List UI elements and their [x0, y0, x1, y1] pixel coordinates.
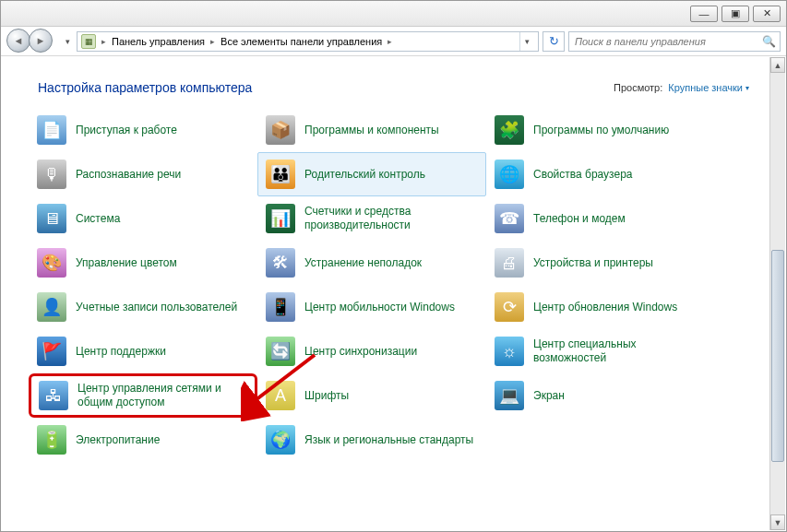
item-fonts[interactable]: AШрифты: [257, 373, 486, 418]
chevron-down-icon: ▾: [745, 84, 749, 92]
programs-icon: 📦: [266, 115, 295, 145]
item-action-center[interactable]: 🚩Центр поддержки: [29, 329, 257, 373]
item-system[interactable]: 🖥Система: [29, 196, 257, 241]
item-label: Электропитание: [76, 433, 160, 447]
display-icon: 💻: [495, 381, 524, 410]
items-grid: 📄Приступая к работе 📦Программы и компоне…: [1, 108, 786, 471]
item-internet-options[interactable]: 🌐Свойства браузера: [486, 152, 715, 196]
printer-icon: 🖨: [495, 248, 524, 278]
item-sync-center[interactable]: 🔄Центр синхронизации: [257, 329, 486, 373]
item-label: Распознавание речи: [76, 168, 181, 182]
item-label: Система: [76, 212, 120, 226]
breadcrumb-sep-icon: ▸: [209, 37, 217, 46]
item-label: Центр синхронизации: [304, 345, 417, 359]
flag-icon: 🚩: [37, 337, 66, 366]
forward-button[interactable]: ►: [29, 29, 53, 53]
navigation-bar: ◄ ► ▾ ▦ ▸ Панель управления ▸ Все элемен…: [1, 27, 786, 56]
address-bar[interactable]: ▦ ▸ Панель управления ▸ Все элементы пан…: [77, 31, 539, 52]
item-display[interactable]: 💻Экран: [486, 373, 715, 418]
item-programs-features[interactable]: 📦Программы и компоненты: [257, 108, 486, 152]
parental-icon: 👪: [266, 160, 295, 189]
item-label: Счетчики и средства производительности: [304, 205, 478, 232]
item-label: Центр специальных возможностей: [533, 337, 707, 365]
item-label: Центр поддержки: [76, 345, 166, 359]
search-input[interactable]: [573, 35, 758, 48]
page-title: Настройка параметров компьютера: [38, 80, 252, 95]
scroll-thumb[interactable]: [771, 250, 784, 462]
item-network-sharing-center[interactable]: 🖧Центр управления сетями и общим доступо…: [29, 373, 257, 418]
refresh-button[interactable]: ↻: [543, 31, 565, 52]
mobility-icon: 📱: [266, 292, 295, 322]
phone-icon: ☎: [495, 204, 524, 233]
default-programs-icon: 🧩: [495, 115, 524, 145]
item-label: Устранение неполадок: [304, 256, 422, 270]
item-label: Программы и компоненты: [304, 124, 439, 137]
system-icon: 🖥: [37, 204, 66, 233]
item-label: Телефон и модем: [533, 212, 626, 226]
view-label: Просмотр:: [614, 82, 662, 93]
control-panel-icon: ▦: [81, 34, 96, 49]
item-label: Язык и региональные стандарты: [304, 433, 473, 447]
item-power-options[interactable]: 🔋Электропитание: [29, 418, 257, 462]
microphone-icon: 🎙: [37, 160, 66, 189]
view-control: Просмотр: Крупные значки ▾: [614, 82, 749, 93]
network-icon: 🖧: [39, 381, 68, 410]
item-label: Шрифты: [304, 389, 349, 403]
sync-icon: 🔄: [266, 337, 295, 366]
user-icon: 👤: [37, 292, 66, 322]
item-getting-started[interactable]: 📄Приступая к работе: [29, 108, 257, 152]
item-color-management[interactable]: 🎨Управление цветом: [29, 241, 257, 285]
window-titlebar: — ▣ ✕: [1, 1, 786, 27]
update-icon: ⟳: [495, 292, 524, 322]
search-box[interactable]: 🔍: [568, 31, 781, 52]
nav-history-dropdown[interactable]: ▾: [62, 30, 73, 53]
item-label: Родительский контроль: [304, 168, 425, 182]
fonts-icon: A: [266, 381, 295, 410]
item-region-language[interactable]: 🌍Язык и региональные стандарты: [257, 418, 486, 462]
close-button[interactable]: ✕: [753, 6, 781, 22]
accessibility-icon: ☼: [495, 337, 524, 366]
item-devices-printers[interactable]: 🖨Устройства и принтеры: [486, 241, 715, 285]
item-label: Программы по умолчанию: [533, 124, 669, 137]
view-value: Крупные значки: [668, 82, 743, 93]
item-label: Свойства браузера: [533, 168, 633, 182]
breadcrumb-seg-2[interactable]: Все элементы панели управления: [221, 36, 382, 47]
breadcrumb-sep-icon: ▸: [386, 37, 394, 46]
color-icon: 🎨: [37, 248, 66, 278]
wrench-icon: 🛠: [266, 248, 295, 278]
power-icon: 🔋: [37, 425, 66, 455]
breadcrumb-seg-1[interactable]: Панель управления: [112, 36, 205, 47]
item-label: Центр обновления Windows: [533, 301, 677, 314]
breadcrumb-sep-icon: ▸: [100, 37, 108, 46]
nav-buttons: ◄ ►: [6, 29, 58, 54]
maximize-button[interactable]: ▣: [721, 6, 749, 22]
item-label: Центр мобильности Windows: [304, 301, 455, 314]
item-phone-modem[interactable]: ☎Телефон и модем: [486, 196, 715, 241]
item-label: Управление цветом: [76, 256, 177, 270]
vertical-scrollbar[interactable]: ▲ ▼: [769, 57, 785, 530]
item-troubleshooting[interactable]: 🛠Устранение неполадок: [257, 241, 486, 285]
scroll-up-button[interactable]: ▲: [770, 57, 785, 73]
item-user-accounts[interactable]: 👤Учетные записи пользователей: [29, 285, 257, 329]
view-dropdown[interactable]: Крупные значки ▾: [668, 82, 749, 93]
item-speech[interactable]: 🎙Распознавание речи: [29, 152, 257, 196]
item-mobility-center[interactable]: 📱Центр мобильности Windows: [257, 285, 486, 329]
item-parental-controls[interactable]: 👪Родительский контроль: [257, 152, 486, 196]
item-windows-update[interactable]: ⟳Центр обновления Windows: [486, 285, 715, 329]
content-area: Настройка параметров компьютера Просмотр…: [1, 56, 786, 531]
item-label: Центр управления сетями и общим доступом: [78, 382, 247, 409]
region-icon: 🌍: [266, 425, 295, 455]
back-button[interactable]: ◄: [6, 29, 30, 53]
item-label: Экран: [533, 389, 565, 403]
content-header: Настройка параметров компьютера Просмотр…: [1, 56, 786, 108]
item-label: Учетные записи пользователей: [76, 301, 237, 314]
item-default-programs[interactable]: 🧩Программы по умолчанию: [486, 108, 715, 152]
scroll-track[interactable]: [770, 73, 785, 514]
search-icon[interactable]: 🔍: [762, 35, 776, 48]
minimize-button[interactable]: —: [690, 6, 718, 22]
item-performance[interactable]: 📊Счетчики и средства производительности: [257, 196, 486, 241]
address-dropdown-icon[interactable]: ▾: [519, 32, 534, 51]
getting-started-icon: 📄: [37, 115, 66, 145]
item-ease-of-access[interactable]: ☼Центр специальных возможностей: [486, 329, 715, 373]
scroll-down-button[interactable]: ▼: [770, 514, 785, 530]
